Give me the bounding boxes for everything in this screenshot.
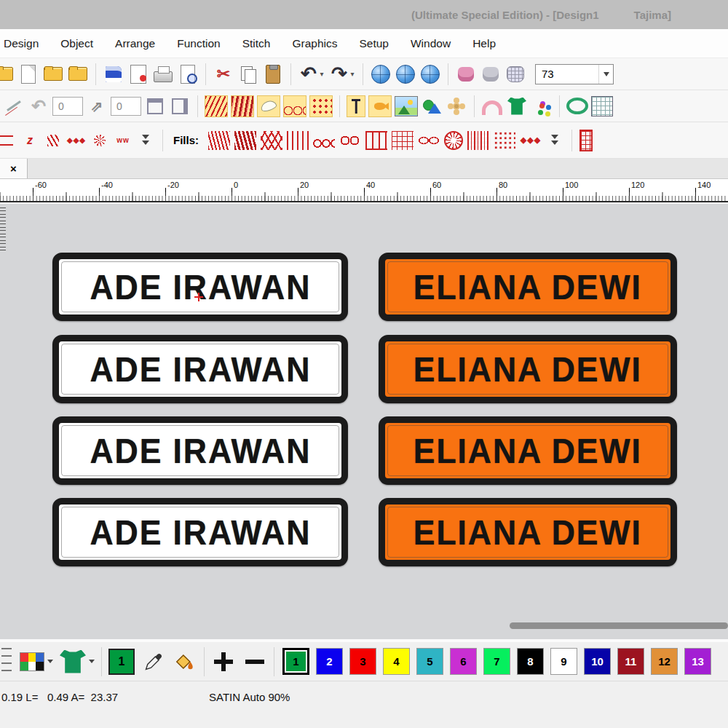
chevron-down-icon[interactable] xyxy=(47,660,53,663)
ellipse-chain-icon[interactable] xyxy=(418,131,440,150)
chevron-down-icon[interactable] xyxy=(598,65,613,84)
machine-grid-icon[interactable] xyxy=(505,63,526,85)
menu-item-arrange[interactable]: Arrange xyxy=(104,29,166,58)
satin-fill-icon[interactable] xyxy=(208,131,230,150)
save-icon[interactable] xyxy=(103,63,124,85)
embroidery-patch[interactable]: ELIANA DEWI xyxy=(379,416,677,485)
satin-dense-icon[interactable] xyxy=(234,131,256,150)
menu-item-stitch[interactable]: Stitch xyxy=(232,29,282,58)
color-swatch-3[interactable]: 3 xyxy=(349,648,376,675)
wave-stitch-icon[interactable] xyxy=(283,95,306,117)
color-swatch-7[interactable]: 7 xyxy=(483,648,510,675)
color-swatch-9[interactable]: 9 xyxy=(550,648,577,675)
garment-icon[interactable] xyxy=(60,650,86,673)
remove-color-button[interactable] xyxy=(242,649,267,674)
menu-item-object[interactable]: Object xyxy=(50,29,104,58)
rosette-fill-icon[interactable] xyxy=(444,131,463,150)
undo-icon[interactable]: ↶ xyxy=(298,63,320,85)
ellipse-tool-icon[interactable] xyxy=(566,95,588,117)
loop-fill-icon[interactable] xyxy=(313,131,335,150)
star-burst-icon[interactable] xyxy=(90,131,109,150)
slant-value-input[interactable]: 0 xyxy=(111,97,141,116)
paint-bucket-icon[interactable] xyxy=(173,649,197,674)
embroidery-patch[interactable]: ADE IRAWAN xyxy=(52,498,348,566)
folder-open-icon[interactable] xyxy=(42,63,64,85)
flower-tool-icon[interactable] xyxy=(446,95,467,117)
menu-item-design[interactable]: Design xyxy=(0,29,50,58)
color-swatch-1[interactable]: 1 xyxy=(282,648,309,675)
color-swatch-5[interactable]: 5 xyxy=(416,648,443,675)
cut-icon[interactable]: ✂ xyxy=(213,63,234,85)
embroidery-patch[interactable]: ELIANA DEWI xyxy=(379,498,677,566)
machine-design-icon[interactable] xyxy=(455,63,477,85)
document-new-icon[interactable] xyxy=(17,63,39,85)
globe-download-icon[interactable] xyxy=(395,63,416,85)
add-color-button[interactable] xyxy=(211,649,236,674)
print-preview-icon[interactable] xyxy=(177,63,199,85)
eyedropper-icon[interactable] xyxy=(141,649,166,674)
ring-fill-icon[interactable] xyxy=(339,131,361,150)
motif-diamonds-icon[interactable]: ◆◆◆ xyxy=(67,131,86,150)
zigzag-fill-icon[interactable] xyxy=(261,131,282,150)
undo-small-icon[interactable]: ↶ xyxy=(28,95,50,117)
measure-tool-icon[interactable] xyxy=(144,95,166,117)
menu-item-function[interactable]: Function xyxy=(166,29,231,58)
globe-stitch-icon[interactable] xyxy=(370,63,392,85)
diamond-motif-icon[interactable]: ◆◆◆ xyxy=(520,131,542,150)
slant-tool-icon[interactable]: ⇗ xyxy=(86,95,108,117)
embroidery-patch[interactable]: ELIANA DEWI xyxy=(379,335,677,403)
grid-fill-icon[interactable] xyxy=(579,130,593,151)
folder-new-icon[interactable] xyxy=(0,63,15,85)
copy-icon[interactable] xyxy=(237,63,259,85)
expand-chevron-icon[interactable] xyxy=(140,132,151,149)
rotate-value-input[interactable]: 0 xyxy=(52,97,83,116)
globe-upload-icon[interactable] xyxy=(419,63,441,85)
design-tab[interactable]: × xyxy=(0,159,28,178)
thread-colors-icon[interactable] xyxy=(531,95,553,117)
undo-dropdown-icon[interactable]: ▾ xyxy=(318,63,325,85)
color-swatch-2[interactable]: 2 xyxy=(316,648,343,675)
color-swatch-13[interactable]: 13 xyxy=(684,648,711,675)
redo-icon[interactable]: ↷ xyxy=(328,63,350,85)
chevron-down-icon[interactable] xyxy=(89,660,95,663)
image-tool-icon[interactable] xyxy=(395,96,418,116)
color-swatch-10[interactable]: 10 xyxy=(584,648,611,675)
horseshoe-shape-icon[interactable] xyxy=(481,95,503,117)
grid-toggle-icon[interactable] xyxy=(591,96,613,116)
color-swatch-8[interactable]: 8 xyxy=(517,648,544,675)
satin-stitch-icon[interactable] xyxy=(231,95,254,117)
embroidery-patch[interactable]: ELIANA DEWI xyxy=(379,253,677,321)
toolbar-grip[interactable] xyxy=(1,648,12,676)
close-tab-icon[interactable]: × xyxy=(10,162,17,175)
horizontal-scrollbar[interactable] xyxy=(510,622,728,629)
squiggle-stitch-icon[interactable]: ww xyxy=(114,131,132,150)
embroidery-patch[interactable]: ADE IRAWAN xyxy=(52,253,348,321)
hatch-fill-icon[interactable] xyxy=(467,131,489,150)
palette-icon[interactable] xyxy=(20,652,44,671)
pin-tool-icon[interactable] xyxy=(347,95,365,117)
color-swatch-6[interactable]: 6 xyxy=(450,648,477,675)
paste-icon[interactable] xyxy=(262,63,284,85)
run-stitch-icon[interactable] xyxy=(205,95,228,117)
scatter-stitch-icon[interactable] xyxy=(309,95,333,117)
running-stitch-icon[interactable] xyxy=(0,131,16,150)
fish-shape-icon[interactable] xyxy=(368,95,392,117)
design-properties-icon[interactable] xyxy=(127,63,149,85)
color-swatch-11[interactable]: 11 xyxy=(617,648,644,675)
embroidery-patch[interactable]: ADE IRAWAN xyxy=(52,335,348,403)
tshirt-design-icon[interactable] xyxy=(506,95,528,117)
folder-save-icon[interactable] xyxy=(67,63,89,85)
design-canvas[interactable]: ADE IRAWANELIANA DEWIADE IRAWANELIANA DE… xyxy=(0,202,728,639)
machine-gray-icon[interactable] xyxy=(480,63,502,85)
menu-item-window[interactable]: Window xyxy=(400,29,462,58)
shapes-tool-icon[interactable] xyxy=(421,95,443,117)
menu-item-help[interactable]: Help xyxy=(462,29,507,58)
knife-tool-icon[interactable] xyxy=(3,95,25,117)
embroidery-patch[interactable]: ADE IRAWAN xyxy=(52,416,348,485)
hatch-stitch-icon[interactable] xyxy=(44,131,63,150)
leaf-shape-icon[interactable] xyxy=(257,95,280,117)
color-swatch-4[interactable]: 4 xyxy=(383,648,410,675)
expand-chevron-icon[interactable] xyxy=(549,132,561,149)
zoom-combobox[interactable]: 73 xyxy=(535,64,614,84)
column-fill-icon[interactable] xyxy=(287,131,309,150)
